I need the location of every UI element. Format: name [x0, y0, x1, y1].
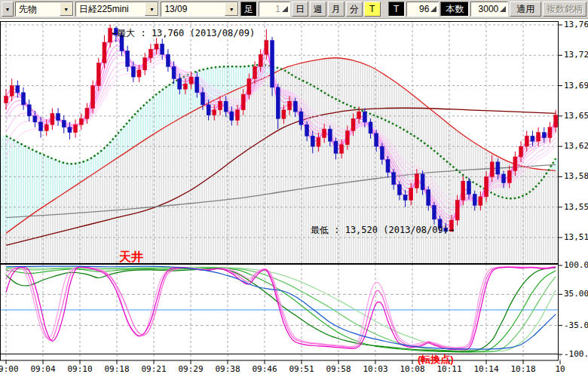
trading-chart-window: ▼ 先物 ▼ 日経225mini ▼ 13/09 ▼ 足 1 日 週 月 分 T…	[0, 0, 588, 377]
chevron-down-icon[interactable]: ▼	[225, 2, 238, 16]
time-axis-label: 09:10	[67, 365, 92, 374]
time-axis-label: 09:38	[215, 365, 240, 374]
price-axis-label: 13,620	[564, 142, 588, 151]
oscillator-axis-label: 35.00	[564, 290, 588, 299]
stepper-grip-icon[interactable]	[430, 6, 436, 12]
price-axis-label: 13,725	[564, 51, 588, 60]
annotation-ceiling: 天井	[119, 250, 143, 265]
time-axis-label: 09:29	[178, 365, 203, 374]
instrument-type-value: 先物	[16, 2, 60, 16]
stepper-grip-icon[interactable]	[282, 6, 288, 12]
time-axis-label: 10:14	[473, 365, 498, 374]
time-axis-label: 09:58	[326, 365, 351, 374]
time-axis-label: 09:00	[0, 365, 19, 374]
chevron-down-icon[interactable]: ▼	[145, 2, 158, 16]
contract-month-value: 13/09	[161, 2, 225, 16]
instrument-type-select[interactable]: 先物 ▼	[15, 2, 74, 17]
annotation-max: ←最大 : 13,760 (2013/08/09)	[112, 27, 255, 40]
time-axis-label: 09:51	[289, 365, 314, 374]
oscillator-axis-label: 100.00	[564, 261, 588, 270]
stepper-grip-icon[interactable]	[500, 6, 506, 12]
price-axis-label: 13,585	[564, 172, 588, 181]
time-axis-label: 10:03	[363, 365, 387, 374]
tick-mode-label: T	[388, 2, 405, 17]
oscillator-axis-label: -35.00	[564, 321, 588, 330]
price-axis-label: 13,655	[564, 112, 588, 121]
max-bars-stepper[interactable]: 3000	[470, 2, 508, 17]
window-dropdown-button[interactable]: ▼	[2, 2, 14, 17]
time-axis-label: 10:11	[436, 365, 461, 374]
timeframe-minute-button[interactable]: 分	[346, 2, 363, 17]
interval-stepper[interactable]: 1	[259, 2, 290, 17]
timeframe-week-button[interactable]: 週	[310, 2, 326, 17]
timeframe-tick-button[interactable]: T	[364, 2, 381, 17]
oscillator-axis-label: -100.00	[564, 350, 588, 359]
honsu-label: 本数	[440, 2, 469, 17]
apply-button[interactable]: 適用	[510, 2, 541, 17]
time-axis-label: 10:18	[510, 365, 535, 374]
contract-month-select[interactable]: 13/09 ▼	[161, 2, 239, 17]
ashi-label: 足	[240, 2, 257, 17]
time-axis-label: 10	[555, 365, 565, 374]
price-axis-label: 13,515	[564, 233, 588, 242]
interval-value: 1	[262, 4, 280, 14]
timeframe-month-button[interactable]: 月	[328, 2, 345, 17]
annotation-min: 最低 : 13,520 (2013/08/09)→	[311, 224, 454, 237]
time-axis-label: 09:21	[141, 365, 166, 374]
symbol-select[interactable]: 日経225mini ▼	[75, 2, 160, 17]
time-axis-label: 10:08	[400, 365, 424, 374]
max-bars-value: 3000	[474, 4, 498, 14]
timeframe-day-button[interactable]: 日	[292, 2, 308, 17]
multi-symbol-button[interactable]: 複数銘柄	[543, 2, 586, 17]
bars-value: 96	[410, 4, 430, 14]
price-axis-label: 13,760	[564, 20, 588, 29]
time-axis-label: 09:46	[252, 365, 277, 374]
chart-canvas[interactable]: ←最大 : 13,760 (2013/08/09) 最低 : 13,520 (2…	[0, 19, 588, 377]
chart-svg	[0, 19, 588, 377]
time-axis-label: 09:04	[30, 365, 55, 374]
time-axis-label: 09:18	[104, 365, 129, 374]
chevron-down-icon[interactable]: ▼	[60, 2, 73, 16]
price-axis-label: 13,550	[564, 203, 588, 212]
price-axis-label: 13,690	[564, 81, 588, 90]
toolbar: ▼ 先物 ▼ 日経225mini ▼ 13/09 ▼ 足 1 日 週 月 分 T…	[0, 0, 588, 19]
symbol-value: 日経225mini	[76, 2, 145, 16]
chevron-down-icon: ▼	[5, 7, 11, 12]
bars-stepper[interactable]: 96	[406, 2, 439, 17]
